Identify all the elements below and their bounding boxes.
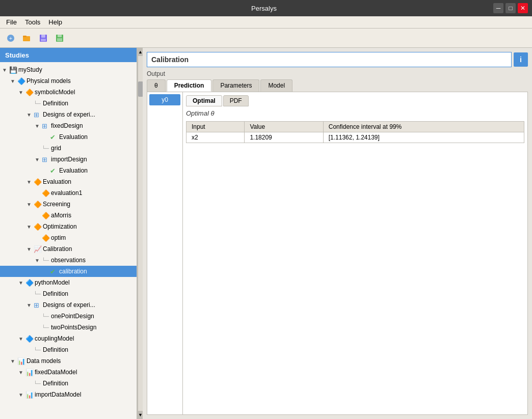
expand-icon[interactable]: ▼: [18, 336, 25, 342]
saveas-button[interactable]: [36, 31, 51, 45]
tab-parameters[interactable]: Parameters: [212, 79, 259, 92]
panel-scrollbar[interactable]: ▲ ▼: [138, 48, 143, 419]
expand-icon[interactable]: ▼: [26, 202, 34, 207]
scroll-down-arrow[interactable]: ▼: [138, 411, 143, 419]
svg-text:+: +: [9, 35, 12, 41]
expand-icon[interactable]: ▼: [35, 157, 42, 162]
expand-icon[interactable]: ▼: [2, 67, 9, 73]
tree-item-label: Evaluation: [59, 167, 137, 174]
menu-help[interactable]: Help: [44, 17, 66, 27]
tree-item-designs-experi-2[interactable]: ▼⊞Designs of experi...: [0, 299, 137, 311]
tree-item-two-points-design[interactable]: └─twoPointsDesign: [0, 322, 137, 333]
main-layout: Studies ▼💾myStudy▼🔷Physical models▼🔶symb…: [0, 48, 532, 419]
svg-rect-9: [57, 38, 62, 41]
scroll-up-arrow[interactable]: ▲: [138, 48, 143, 56]
expand-icon[interactable]: ▼: [26, 112, 34, 118]
sub-tab-optimal[interactable]: Optimal: [186, 95, 222, 106]
tree-item-label: optim: [51, 234, 137, 241]
calibration-title: Calibration: [147, 52, 512, 67]
tab-theta[interactable]: θ: [147, 79, 166, 92]
design-icon: ⊞: [42, 122, 51, 130]
tree-item-label: Definition: [43, 100, 137, 107]
tree-item-import-data-model[interactable]: ▼📊importDataModel: [0, 389, 137, 400]
menu-bar: File Tools Help: [0, 16, 532, 29]
tree-container[interactable]: ▼💾myStudy▼🔷Physical models▼🔶symbolicMode…: [0, 62, 137, 419]
tree-item-import-design[interactable]: ▼⊞importDesign: [0, 154, 137, 165]
tree-item-observations[interactable]: ▼└─observations: [0, 255, 137, 266]
col-confidence: Confidence interval at 99%: [323, 122, 524, 132]
tree-item-data-models[interactable]: ▼📊Data models: [0, 355, 137, 367]
tree-item-amorris[interactable]: 🔶aMorris: [0, 210, 137, 221]
expand-icon[interactable]: ▼: [10, 358, 17, 364]
node-icon: 🔷: [25, 279, 35, 287]
tab-prediction[interactable]: Prediction: [167, 79, 212, 92]
maximize-button[interactable]: □: [506, 3, 516, 13]
sub-tab-pdf[interactable]: PDF: [223, 95, 249, 106]
studies-panel: Studies ▼💾myStudy▼🔷Physical models▼🔶symb…: [0, 48, 138, 419]
tree-item-definition-3[interactable]: └─Definition: [0, 344, 137, 355]
tree-item-python-model[interactable]: ▼🔷pythonModel: [0, 277, 137, 288]
tree-item-mystudy[interactable]: ▼💾myStudy: [0, 64, 137, 75]
branch-icon: └─: [42, 146, 51, 151]
new-button[interactable]: +: [3, 31, 18, 45]
expand-icon[interactable]: ▼: [26, 179, 34, 185]
branch-icon: └─: [34, 381, 43, 386]
tree-item-fixed-design[interactable]: ▼⊞fixedDesign: [0, 120, 137, 131]
menu-file[interactable]: File: [2, 17, 21, 27]
save-button[interactable]: [52, 31, 67, 45]
tree-item-definition-2[interactable]: └─Definition: [0, 288, 137, 299]
expand-icon[interactable]: ▼: [26, 302, 34, 308]
tab-model[interactable]: Model: [260, 79, 292, 92]
tree-item-grid[interactable]: └─grid: [0, 143, 137, 154]
scroll-thumb[interactable]: [138, 81, 143, 97]
tree-item-optimization[interactable]: ▼🔶Optimization: [0, 221, 137, 232]
tree-item-fixed-data-model[interactable]: ▼📊fixedDataModel: [0, 367, 137, 378]
expand-icon[interactable]: ▼: [18, 90, 25, 95]
tree-item-coupling-model[interactable]: ▼🔷couplingModel: [0, 333, 137, 344]
tree-item-label: Evaluation: [43, 178, 137, 185]
expand-icon[interactable]: ▼: [26, 224, 34, 230]
tree-item-evaluation-group[interactable]: ▼🔶Evaluation: [0, 176, 137, 187]
menu-tools[interactable]: Tools: [21, 17, 44, 27]
expand-icon[interactable]: ▼: [35, 123, 42, 129]
calib-icon: 📈: [34, 245, 43, 253]
tree-item-screening[interactable]: ▼🔶Screening: [0, 199, 137, 210]
y0-item[interactable]: y0: [149, 94, 180, 105]
tree-item-evaluation-fixed[interactable]: ✔Evaluation: [0, 131, 137, 143]
expand-icon[interactable]: ▼: [18, 280, 25, 286]
expand-icon[interactable]: ▼: [35, 258, 42, 263]
tree-item-label: calibration: [59, 268, 137, 275]
tree-item-designs-experi-1[interactable]: ▼⊞Designs of experi...: [0, 109, 137, 120]
tree-item-definition-4[interactable]: └─Definition: [0, 378, 137, 389]
tree-item-label: fixedDesign: [51, 122, 137, 129]
expand-icon[interactable]: ▼: [18, 392, 25, 398]
node-icon: 🔶: [34, 178, 43, 186]
tree-item-label: Calibration: [43, 245, 137, 253]
content-body: y0 Optimal PDF Optimal θ: [147, 92, 527, 414]
tree-item-physical-models[interactable]: ▼🔷Physical models: [0, 75, 137, 87]
tree-item-label: importDesign: [51, 156, 137, 163]
tree-item-calibration[interactable]: ▼📈Calibration: [0, 243, 137, 255]
open-button[interactable]: [19, 31, 35, 45]
minimize-button[interactable]: ─: [493, 3, 503, 13]
tree-item-definition-1[interactable]: └─Definition: [0, 98, 137, 109]
title-bar: Persalys ─ □ ✕: [0, 0, 532, 16]
expand-icon[interactable]: ▼: [10, 78, 17, 84]
expand-icon[interactable]: ▼: [18, 370, 25, 375]
info-button[interactable]: i: [514, 52, 528, 67]
right-panel: Calibration i Output θ Prediction Parame…: [143, 48, 532, 419]
tree-item-one-point-design[interactable]: └─onePointDesign: [0, 311, 137, 322]
node-icon: 🔶: [42, 189, 51, 197]
close-button[interactable]: ✕: [518, 3, 528, 13]
studies-label: Studies: [5, 51, 29, 59]
tree-item-evaluation1[interactable]: 🔶evaluation1: [0, 187, 137, 199]
tree-item-evaluation-import[interactable]: ✔Evaluation: [0, 165, 137, 176]
tree-item-label: myStudy: [18, 66, 137, 73]
tree-item-optim[interactable]: 🔶optim: [0, 232, 137, 243]
tree-item-symbolic-model[interactable]: ▼🔶symbolicModel: [0, 87, 137, 98]
tree-item-label: Physical models: [26, 77, 137, 85]
tree-item-calibration-node[interactable]: ✔calibration: [0, 266, 137, 277]
check-icon: ✔: [50, 133, 59, 141]
studies-header: Studies: [0, 48, 137, 62]
expand-icon[interactable]: ▼: [26, 246, 34, 252]
